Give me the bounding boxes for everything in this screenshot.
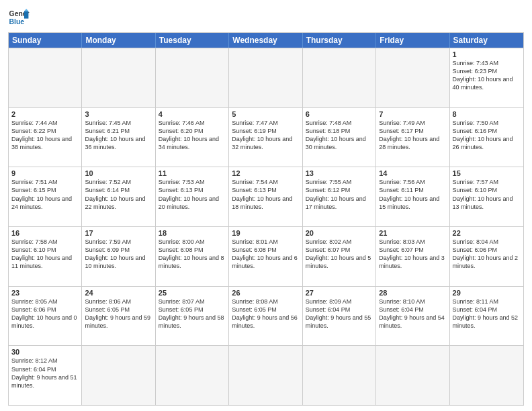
day-number: 11 <box>159 169 226 177</box>
day-cell-21: 21Sunrise: 8:03 AM Sunset: 6:07 PM Dayli… <box>376 227 449 286</box>
day-number: 17 <box>85 229 152 237</box>
day-info: Sunrise: 8:01 AM Sunset: 6:08 PM Dayligh… <box>232 238 299 271</box>
calendar: SundayMondayTuesdayWednesdayThursdayFrid… <box>8 32 524 406</box>
empty-cell-0-3 <box>229 48 302 107</box>
day-number: 20 <box>306 229 373 237</box>
logo: General Blue <box>8 7 30 28</box>
day-number: 14 <box>379 169 446 177</box>
day-cell-20: 20Sunrise: 8:02 AM Sunset: 6:07 PM Dayli… <box>303 227 376 286</box>
day-number: 21 <box>379 229 446 237</box>
day-cell-8: 8Sunrise: 7:50 AM Sunset: 6:16 PM Daylig… <box>450 108 523 167</box>
day-header-wednesday: Wednesday <box>229 33 302 48</box>
empty-cell-0-5 <box>376 48 449 107</box>
empty-cell-0-0 <box>9 48 82 107</box>
day-info: Sunrise: 8:05 AM Sunset: 6:06 PM Dayligh… <box>11 298 79 330</box>
day-cell-3: 3Sunrise: 7:45 AM Sunset: 6:21 PM Daylig… <box>82 108 155 167</box>
day-info: Sunrise: 8:07 AM Sunset: 6:05 PM Dayligh… <box>159 298 226 330</box>
day-cell-22: 22Sunrise: 8:04 AM Sunset: 6:06 PM Dayli… <box>450 227 523 286</box>
day-number: 28 <box>379 289 446 297</box>
empty-cell-5-5 <box>376 346 449 405</box>
day-number: 3 <box>85 110 152 118</box>
day-info: Sunrise: 8:02 AM Sunset: 6:07 PM Dayligh… <box>306 238 373 271</box>
day-number: 2 <box>11 110 79 118</box>
calendar-row-4: 23Sunrise: 8:05 AM Sunset: 6:06 PM Dayli… <box>9 286 523 346</box>
day-info: Sunrise: 7:52 AM Sunset: 6:14 PM Dayligh… <box>85 178 152 211</box>
day-header-friday: Friday <box>376 33 449 48</box>
day-cell-18: 18Sunrise: 8:00 AM Sunset: 6:08 PM Dayli… <box>156 227 229 286</box>
calendar-row-1: 2Sunrise: 7:44 AM Sunset: 6:22 PM Daylig… <box>9 107 523 167</box>
empty-cell-5-6 <box>450 346 523 405</box>
day-info: Sunrise: 7:58 AM Sunset: 6:10 PM Dayligh… <box>11 238 79 271</box>
svg-text:Blue: Blue <box>9 18 25 26</box>
day-cell-12: 12Sunrise: 7:54 AM Sunset: 6:13 PM Dayli… <box>229 167 302 226</box>
day-number: 24 <box>85 289 152 297</box>
day-info: Sunrise: 7:45 AM Sunset: 6:21 PM Dayligh… <box>85 119 152 152</box>
calendar-body: 1Sunrise: 7:43 AM Sunset: 6:23 PM Daylig… <box>9 48 523 405</box>
day-info: Sunrise: 7:47 AM Sunset: 6:19 PM Dayligh… <box>232 119 299 152</box>
day-number: 1 <box>453 50 521 58</box>
day-info: Sunrise: 8:09 AM Sunset: 6:04 PM Dayligh… <box>306 298 373 330</box>
day-info: Sunrise: 7:59 AM Sunset: 6:09 PM Dayligh… <box>85 238 152 271</box>
day-info: Sunrise: 7:57 AM Sunset: 6:10 PM Dayligh… <box>453 178 521 211</box>
empty-cell-0-1 <box>82 48 155 107</box>
day-cell-29: 29Sunrise: 8:11 AM Sunset: 6:04 PM Dayli… <box>450 287 523 346</box>
day-info: Sunrise: 8:03 AM Sunset: 6:07 PM Dayligh… <box>379 238 446 271</box>
day-number: 8 <box>453 110 521 118</box>
day-number: 7 <box>379 110 446 118</box>
day-cell-11: 11Sunrise: 7:53 AM Sunset: 6:13 PM Dayli… <box>156 167 229 226</box>
empty-cell-5-3 <box>229 346 302 405</box>
day-info: Sunrise: 7:49 AM Sunset: 6:17 PM Dayligh… <box>379 119 446 152</box>
day-info: Sunrise: 7:51 AM Sunset: 6:15 PM Dayligh… <box>11 178 79 211</box>
day-cell-15: 15Sunrise: 7:57 AM Sunset: 6:10 PM Dayli… <box>450 167 523 226</box>
day-number: 13 <box>306 169 373 177</box>
day-info: Sunrise: 7:53 AM Sunset: 6:13 PM Dayligh… <box>159 178 226 211</box>
day-info: Sunrise: 7:50 AM Sunset: 6:16 PM Dayligh… <box>453 119 521 152</box>
day-header-monday: Monday <box>82 33 155 48</box>
day-info: Sunrise: 7:43 AM Sunset: 6:23 PM Dayligh… <box>453 59 521 92</box>
calendar-row-0: 1Sunrise: 7:43 AM Sunset: 6:23 PM Daylig… <box>9 48 523 107</box>
day-info: Sunrise: 8:08 AM Sunset: 6:05 PM Dayligh… <box>232 298 299 330</box>
day-number: 10 <box>85 169 152 177</box>
svg-marker-2 <box>24 11 28 18</box>
day-cell-2: 2Sunrise: 7:44 AM Sunset: 6:22 PM Daylig… <box>9 108 82 167</box>
day-number: 5 <box>232 110 299 118</box>
day-cell-25: 25Sunrise: 8:07 AM Sunset: 6:05 PM Dayli… <box>156 287 229 346</box>
day-cell-17: 17Sunrise: 7:59 AM Sunset: 6:09 PM Dayli… <box>82 227 155 286</box>
day-number: 26 <box>232 289 299 297</box>
day-number: 19 <box>232 229 299 237</box>
day-number: 23 <box>11 289 79 297</box>
day-info: Sunrise: 8:04 AM Sunset: 6:06 PM Dayligh… <box>453 238 521 271</box>
day-info: Sunrise: 8:12 AM Sunset: 6:04 PM Dayligh… <box>11 357 79 390</box>
empty-cell-5-4 <box>303 346 376 405</box>
day-header-saturday: Saturday <box>450 33 523 48</box>
empty-cell-0-4 <box>303 48 376 107</box>
day-cell-9: 9Sunrise: 7:51 AM Sunset: 6:15 PM Daylig… <box>9 167 82 226</box>
calendar-row-2: 9Sunrise: 7:51 AM Sunset: 6:15 PM Daylig… <box>9 167 523 226</box>
day-info: Sunrise: 7:48 AM Sunset: 6:18 PM Dayligh… <box>306 119 373 152</box>
day-number: 30 <box>11 348 79 356</box>
day-number: 16 <box>11 229 79 237</box>
day-number: 15 <box>453 169 521 177</box>
day-cell-6: 6Sunrise: 7:48 AM Sunset: 6:18 PM Daylig… <box>303 108 376 167</box>
day-cell-4: 4Sunrise: 7:46 AM Sunset: 6:20 PM Daylig… <box>156 108 229 167</box>
day-header-sunday: Sunday <box>9 33 82 48</box>
day-info: Sunrise: 7:55 AM Sunset: 6:12 PM Dayligh… <box>306 178 373 211</box>
day-info: Sunrise: 8:06 AM Sunset: 6:05 PM Dayligh… <box>85 298 152 330</box>
empty-cell-5-1 <box>82 346 155 405</box>
calendar-row-5: 30Sunrise: 8:12 AM Sunset: 6:04 PM Dayli… <box>9 345 523 405</box>
day-cell-1: 1Sunrise: 7:43 AM Sunset: 6:23 PM Daylig… <box>450 48 523 107</box>
day-cell-27: 27Sunrise: 8:09 AM Sunset: 6:04 PM Dayli… <box>303 287 376 346</box>
calendar-header: SundayMondayTuesdayWednesdayThursdayFrid… <box>9 33 523 48</box>
day-cell-16: 16Sunrise: 7:58 AM Sunset: 6:10 PM Dayli… <box>9 227 82 286</box>
calendar-row-3: 16Sunrise: 7:58 AM Sunset: 6:10 PM Dayli… <box>9 226 523 286</box>
day-number: 12 <box>232 169 299 177</box>
day-number: 9 <box>11 169 79 177</box>
day-number: 22 <box>453 229 521 237</box>
day-info: Sunrise: 7:44 AM Sunset: 6:22 PM Dayligh… <box>11 119 79 152</box>
day-cell-24: 24Sunrise: 8:06 AM Sunset: 6:05 PM Dayli… <box>82 287 155 346</box>
empty-cell-0-2 <box>156 48 229 107</box>
empty-cell-5-2 <box>156 346 229 405</box>
day-number: 6 <box>306 110 373 118</box>
day-info: Sunrise: 7:46 AM Sunset: 6:20 PM Dayligh… <box>159 119 226 152</box>
day-cell-7: 7Sunrise: 7:49 AM Sunset: 6:17 PM Daylig… <box>376 108 449 167</box>
